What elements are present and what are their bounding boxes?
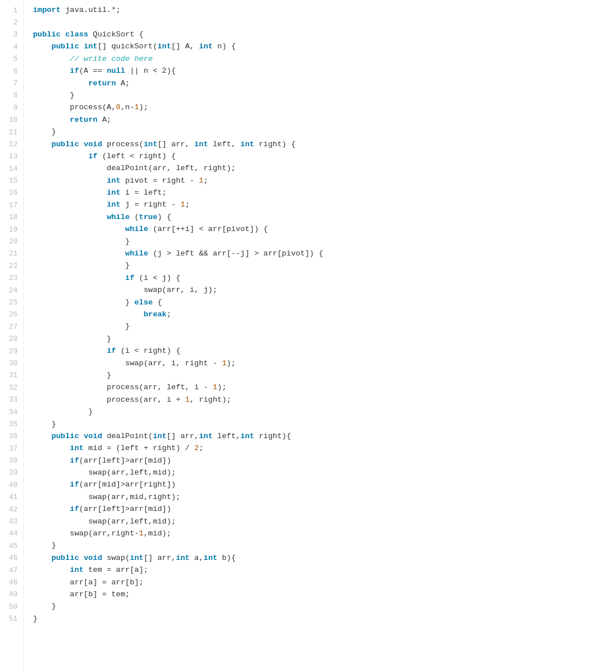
token (33, 151, 88, 163)
line-number-19: 19 (0, 224, 23, 236)
token: int (176, 553, 189, 564)
token: public (51, 41, 79, 53)
token (33, 248, 125, 260)
token: , right); (189, 394, 231, 406)
line-number-29: 29 (0, 345, 23, 357)
token (33, 273, 125, 285)
line-number-23: 23 (0, 273, 23, 285)
code-line-32: process(arr, left, i - 1); (33, 382, 616, 394)
token: mid = (left + right) / (84, 443, 194, 455)
code-line-45: } (33, 540, 616, 552)
code-line-2 (33, 17, 616, 28)
code-line-4: public int[] quickSort(int[] A, int n) { (33, 41, 616, 53)
code-line-28: } (33, 333, 616, 345)
token: swap(arr,left,mid); (33, 516, 176, 528)
token (61, 29, 65, 41)
line-number-8: 8 (0, 90, 23, 102)
token: } (33, 540, 56, 552)
line-number-1: 1 (0, 5, 23, 17)
token: return (88, 78, 116, 90)
code-line-50: } (33, 601, 616, 613)
code-line-46: public void swap(int[] arr,int a,int b){ (33, 553, 616, 564)
line-number-42: 42 (0, 504, 23, 516)
token (33, 175, 107, 187)
token: (i < j) { (134, 273, 180, 285)
code-line-18: while (true) { (33, 212, 616, 224)
code-line-16: int i = left; (33, 187, 616, 199)
token: ); (217, 382, 226, 394)
token: if (125, 273, 134, 285)
token: swap(arr, i, j); (33, 285, 217, 296)
token: int (70, 443, 84, 455)
token (33, 65, 70, 77)
code-line-13: if (left < right) { (33, 151, 616, 163)
line-number-10: 10 (0, 114, 23, 126)
code-line-7: return A; (33, 77, 616, 89)
line-number-32: 32 (0, 382, 23, 394)
token (33, 443, 70, 455)
token: int (107, 199, 121, 211)
code-line-30: swap(arr, i, right - 1); (33, 357, 616, 369)
line-number-21: 21 (0, 248, 23, 260)
line-number-40: 40 (0, 479, 23, 491)
token: ) { (158, 212, 171, 224)
token: (arr[left]>arr[mid]) (79, 504, 171, 516)
token (33, 345, 107, 357)
token: } (33, 333, 111, 345)
line-number-26: 26 (0, 309, 23, 321)
token: j = right - (121, 199, 180, 211)
token: public (51, 139, 79, 151)
code-area[interactable]: import java.util.*; public class QuickSo… (24, 0, 616, 672)
line-number-33: 33 (0, 394, 23, 406)
token: while (125, 224, 148, 236)
line-number-22: 22 (0, 260, 23, 272)
token: public (33, 29, 61, 41)
line-number-30: 30 (0, 357, 23, 369)
line-number-25: 25 (0, 296, 23, 308)
token: a, (189, 553, 203, 564)
token: if (107, 345, 116, 357)
token: process(A, (33, 102, 116, 114)
code-line-43: swap(arr,left,mid); (33, 516, 616, 527)
token: if (88, 151, 97, 163)
token: ; (204, 175, 208, 187)
token (33, 553, 51, 564)
code-line-33: process(arr, i + 1, right); (33, 394, 616, 406)
code-line-47: int tem = arr[a]; (33, 564, 616, 576)
token: ,mid); (143, 528, 171, 540)
token (33, 78, 88, 90)
token (33, 199, 107, 211)
token: left, (208, 139, 241, 151)
code-line-27: } (33, 321, 616, 333)
token: int (158, 41, 171, 53)
token: } (33, 601, 56, 613)
token: A; (97, 114, 111, 126)
code-line-42: if(arr[left]>arr[mid]) (33, 504, 616, 516)
token: 1 (222, 358, 226, 370)
line-number-11: 11 (0, 126, 23, 138)
token: dealPoint(arr, left, right); (33, 163, 235, 175)
token: } (33, 126, 56, 138)
code-line-29: if (i < right) { (33, 345, 616, 357)
line-number-41: 41 (0, 492, 23, 504)
token (79, 553, 84, 564)
code-line-35: } (33, 418, 616, 430)
token: } (33, 90, 75, 102)
token: if (70, 479, 79, 491)
token: int (241, 139, 254, 151)
token: b){ (217, 553, 235, 564)
code-line-1: import java.util.*; (33, 5, 616, 17)
token: null (107, 65, 125, 77)
code-line-48: arr[a] = arr[b]; (33, 576, 616, 588)
code-line-38: if(arr[left]>arr[mid]) (33, 455, 616, 467)
token: int (199, 41, 213, 53)
token: (arr[++i] < arr[pivot]) { (148, 224, 268, 236)
token: void (84, 139, 102, 151)
token (33, 309, 143, 321)
token: swap( (102, 553, 130, 564)
token: } (33, 260, 130, 272)
token: [] arr, (158, 139, 195, 151)
token: tem = arr[a]; (84, 564, 148, 576)
line-number-15: 15 (0, 175, 23, 187)
token: (A == (79, 65, 107, 77)
